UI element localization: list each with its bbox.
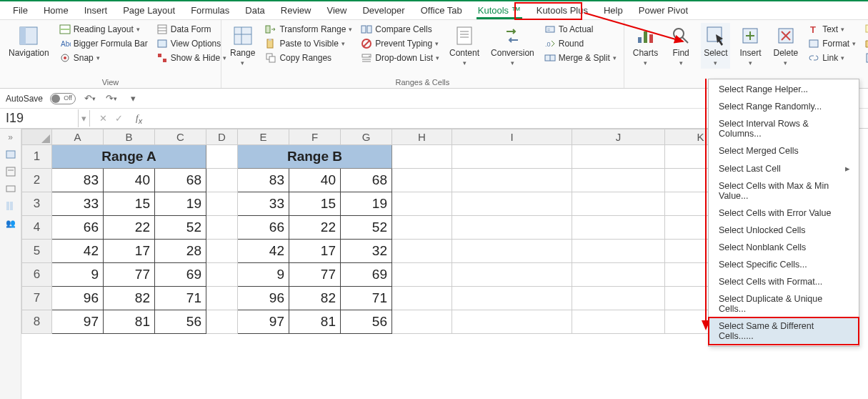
autosave-toggle[interactable]	[50, 93, 76, 104]
row-header-8[interactable]: 8	[22, 310, 52, 334]
cell[interactable]: 66	[238, 216, 289, 240]
cell[interactable]: 15	[289, 192, 341, 216]
sidepanel-expand-icon[interactable]: »	[4, 132, 17, 143]
reading-layout-button[interactable]: Reading Layout	[58, 23, 149, 36]
sidepanel-name-icon[interactable]	[4, 183, 17, 194]
tab-page-layout[interactable]: Page Layout	[116, 2, 182, 19]
cell[interactable]	[206, 287, 238, 310]
cell[interactable]: 9	[238, 263, 289, 287]
cell[interactable]: Range A	[52, 145, 206, 169]
cell[interactable]: 17	[289, 240, 341, 263]
cell[interactable]	[392, 287, 452, 310]
cell[interactable]	[392, 240, 452, 263]
round-button[interactable]: .0Round	[543, 37, 618, 50]
cell[interactable]	[572, 310, 665, 334]
tab-review[interactable]: Review	[274, 2, 319, 19]
cell[interactable]	[572, 287, 665, 310]
name-box[interactable]: I19	[0, 109, 79, 127]
cell[interactable]: 82	[289, 287, 341, 310]
select-menu-item[interactable]: Select Merged Cells	[709, 142, 859, 159]
cell[interactable]	[206, 145, 238, 169]
redo-button[interactable]: ↷▾	[104, 92, 119, 106]
cell[interactable]: 68	[341, 169, 392, 192]
cell[interactable]: 52	[341, 216, 392, 240]
col-header-I[interactable]: I	[452, 129, 572, 145]
cell[interactable]: 19	[155, 192, 206, 216]
sidepanel-workbook-icon[interactable]	[4, 149, 17, 160]
cell[interactable]: 56	[341, 310, 392, 334]
insert-button[interactable]: Insert▾	[736, 23, 764, 69]
sidepanel-column-icon[interactable]	[4, 200, 17, 212]
row-header-3[interactable]: 3	[22, 192, 52, 216]
cell[interactable]	[392, 310, 452, 334]
select-button[interactable]: Select▾	[701, 23, 730, 69]
qat-customize[interactable]: ▾	[126, 92, 140, 106]
dropdown-list-button[interactable]: Drop-down List	[359, 51, 441, 64]
cell[interactable]: 66	[52, 216, 104, 240]
select-menu-item[interactable]: Select Duplicate & Unique Cells...	[709, 290, 859, 317]
cell[interactable]: 97	[52, 310, 104, 334]
cell[interactable]	[572, 192, 665, 216]
cell[interactable]	[572, 145, 665, 169]
cell[interactable]: Range B	[238, 145, 392, 169]
tab-kutools-plus[interactable]: Kutools Plus	[529, 2, 595, 19]
col-header-H[interactable]: H	[392, 129, 452, 145]
copy-ranges-button[interactable]: Copy Ranges	[264, 51, 354, 64]
row-header-4[interactable]: 4	[22, 216, 52, 240]
conversion-button[interactable]: Conversion▾	[488, 23, 537, 69]
col-header-C[interactable]: C	[155, 129, 206, 145]
row-header-1[interactable]: 1	[22, 145, 52, 169]
merge-split-button[interactable]: Merge & Split	[543, 51, 618, 64]
cell[interactable]: 68	[155, 169, 206, 192]
cell[interactable]: 42	[52, 240, 104, 263]
select-menu-item[interactable]: Select Interval Rows & Columns...	[709, 115, 859, 142]
cell[interactable]: 69	[341, 263, 392, 287]
col-header-B[interactable]: B	[104, 129, 155, 145]
cell[interactable]: 96	[238, 287, 289, 310]
tab-power-pivot[interactable]: Power Pivot	[632, 2, 695, 19]
find-button[interactable]: Find▾	[667, 23, 695, 69]
cell[interactable]	[392, 216, 452, 240]
cell[interactable]	[392, 169, 452, 192]
tab-view[interactable]: View	[319, 2, 354, 19]
cell[interactable]	[206, 169, 238, 192]
cell[interactable]: 82	[104, 287, 155, 310]
format-button[interactable]: Format	[807, 37, 857, 50]
select-all-corner[interactable]	[22, 129, 52, 145]
cell[interactable]: 40	[104, 169, 155, 192]
cell[interactable]: 71	[155, 287, 206, 310]
select-menu-item[interactable]: Select Cells with Format...	[709, 273, 859, 290]
cell[interactable]: 69	[155, 263, 206, 287]
tab-formulas[interactable]: Formulas	[184, 2, 236, 19]
tab-office-tab[interactable]: Office Tab	[414, 2, 469, 19]
cell[interactable]	[452, 169, 572, 192]
cell[interactable]: 22	[104, 216, 155, 240]
cell[interactable]: 9	[52, 263, 104, 287]
cell[interactable]	[452, 192, 572, 216]
cell[interactable]: 56	[155, 310, 206, 334]
delete-button[interactable]: Delete▾	[770, 23, 801, 69]
cell[interactable]: 28	[155, 240, 206, 263]
select-menu-item[interactable]: Select Last Cell▸	[709, 159, 859, 177]
calc-button[interactable]: Calcu	[863, 51, 868, 64]
cell[interactable]: 81	[289, 310, 341, 334]
tab-developer[interactable]: Developer	[355, 2, 411, 19]
transform-range-button[interactable]: Transform Range	[264, 23, 354, 36]
tab-file[interactable]: File	[6, 2, 35, 19]
cancel-formula-icon[interactable]: ✕	[97, 113, 109, 124]
cell[interactable]: 83	[238, 169, 289, 192]
cell[interactable]: 22	[289, 216, 341, 240]
col-header-D[interactable]: D	[206, 129, 238, 145]
col-header-F[interactable]: F	[289, 129, 341, 145]
sidepanel-autotext-icon[interactable]	[4, 166, 17, 177]
cell[interactable]	[572, 169, 665, 192]
cell[interactable]: 40	[289, 169, 341, 192]
col-header-G[interactable]: G	[341, 129, 392, 145]
cell[interactable]: 32	[341, 240, 392, 263]
cell[interactable]: 77	[104, 263, 155, 287]
note-button[interactable]: Note	[863, 23, 868, 36]
enter-formula-icon[interactable]: ✓	[113, 113, 124, 124]
cell[interactable]	[206, 263, 238, 287]
col-header-J[interactable]: J	[572, 129, 665, 145]
select-menu-item[interactable]: Select Range Helper...	[709, 81, 859, 98]
